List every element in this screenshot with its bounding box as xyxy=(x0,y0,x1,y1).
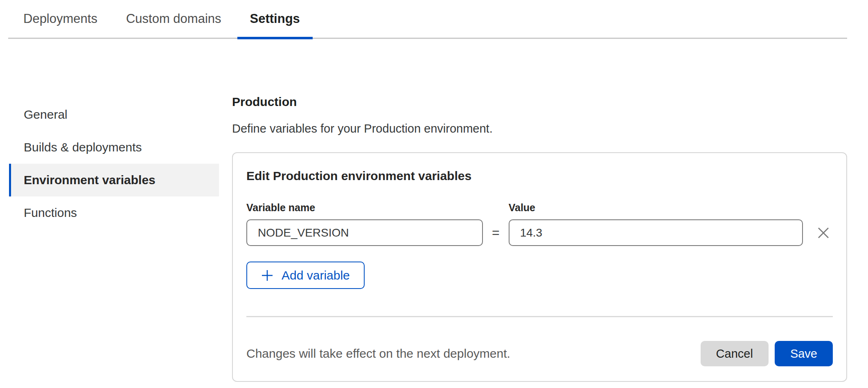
cancel-button[interactable]: Cancel xyxy=(701,341,769,366)
settings-sidebar: General Builds & deployments Environment… xyxy=(9,98,219,229)
sidebar-item-functions[interactable]: Functions xyxy=(9,196,219,229)
sidebar-item-builds-deployments[interactable]: Builds & deployments xyxy=(9,131,219,164)
variable-value-label: Value xyxy=(509,201,803,214)
section-title: Production xyxy=(232,94,847,110)
add-variable-label: Add variable xyxy=(282,268,350,282)
variable-row: Variable name = Value xyxy=(246,201,833,246)
card-footer: Changes will take effect on the next dep… xyxy=(246,341,833,366)
save-button[interactable]: Save xyxy=(775,341,833,366)
footer-actions: Cancel Save xyxy=(701,341,833,366)
sidebar-item-general[interactable]: General xyxy=(9,98,219,131)
variable-value-field: Value xyxy=(509,201,803,246)
sidebar-item-environment-variables[interactable]: Environment variables xyxy=(9,164,219,196)
add-variable-button[interactable]: Add variable xyxy=(246,262,365,289)
card-heading: Edit Production environment variables xyxy=(246,168,833,184)
plus-icon xyxy=(261,269,273,282)
section-description: Define variables for your Production env… xyxy=(232,121,847,136)
remove-variable-button[interactable] xyxy=(814,219,833,246)
tab-custom-domains[interactable]: Custom domains xyxy=(113,0,234,38)
tab-deployments[interactable]: Deployments xyxy=(11,0,110,38)
deployment-note: Changes will take effect on the next dep… xyxy=(246,347,510,361)
variable-name-field: Variable name xyxy=(246,201,483,246)
card-divider xyxy=(246,316,833,317)
project-tabbar: Deployments Custom domains Settings xyxy=(8,0,847,39)
variable-value-input[interactable] xyxy=(509,219,803,246)
x-close-icon xyxy=(816,226,830,240)
variable-name-label: Variable name xyxy=(246,201,483,214)
environment-variables-card: Edit Production environment variables Va… xyxy=(232,152,847,382)
equals-sign: = xyxy=(492,219,500,246)
settings-main: Production Define variables for your Pro… xyxy=(232,94,847,382)
tab-settings[interactable]: Settings xyxy=(237,0,313,38)
variable-name-input[interactable] xyxy=(246,219,483,246)
